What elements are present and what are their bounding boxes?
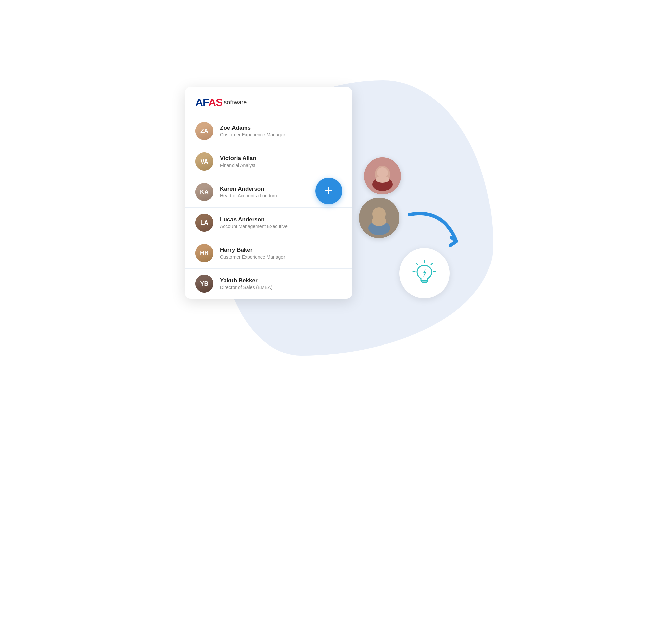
person-name: Harry Baker	[220, 247, 285, 253]
person-info: Yakub BekkerDirector of Sales (EMEA)	[220, 277, 273, 290]
avatar: ZA	[195, 122, 213, 140]
person-role: Director of Sales (EMEA)	[220, 285, 273, 290]
person-name: Lucas Anderson	[220, 216, 288, 223]
svg-point-4	[376, 176, 389, 183]
person-row[interactable]: ZAZoe AdamsCustomer Experience Manager	[185, 116, 352, 146]
avatar: YB	[195, 275, 213, 293]
lightbulb-icon	[411, 260, 438, 287]
scene: AFAS software ZAZoe AdamsCustomer Experi…	[151, 53, 520, 591]
floating-avatar-woman-initials	[364, 158, 401, 195]
person-info: Victoria AllanFinancial Analyst	[220, 155, 256, 168]
person-row[interactable]: HBHarry BakerCustomer Experience Manager	[185, 238, 352, 269]
person-row[interactable]: LALucas AndersonAccount Management Execu…	[185, 208, 352, 238]
lightbulb-circle	[399, 248, 450, 298]
svg-line-11	[416, 263, 418, 264]
person-role: Customer Experience Manager	[220, 254, 285, 260]
svg-line-10	[431, 263, 432, 264]
person-role: Head of Accounts (London)	[220, 193, 277, 198]
afas-as: AS	[208, 96, 223, 109]
afas-logo-text: AFAS	[195, 96, 223, 109]
avatar: KA	[195, 183, 213, 201]
avatar: LA	[195, 213, 213, 232]
afas-af: AF	[195, 96, 208, 109]
avatar: HB	[195, 244, 213, 262]
afas-logo: AFAS software	[195, 96, 342, 109]
person-row[interactable]: VAVictoria AllanFinancial Analyst	[185, 146, 352, 177]
avatar: VA	[195, 152, 213, 171]
person-role: Account Management Executive	[220, 224, 288, 229]
person-info: Zoe AdamsCustomer Experience Manager	[220, 125, 285, 137]
plus-icon: +	[325, 184, 333, 198]
afas-software-label: software	[224, 99, 246, 106]
floating-avatar-woman	[364, 158, 401, 195]
person-name: Karen Anderson	[220, 186, 277, 193]
person-list: ZAZoe AdamsCustomer Experience ManagerVA…	[185, 116, 352, 299]
person-info: Karen AndersonHead of Accounts (London)	[220, 186, 277, 198]
person-row[interactable]: YBYakub BekkerDirector of Sales (EMEA)	[185, 269, 352, 299]
floating-avatar-man	[359, 198, 399, 238]
person-name: Zoe Adams	[220, 125, 285, 131]
add-person-button[interactable]: +	[315, 178, 342, 205]
person-role: Customer Experience Manager	[220, 132, 285, 137]
person-info: Lucas AndersonAccount Management Executi…	[220, 216, 288, 229]
svg-point-8	[372, 216, 387, 226]
floating-avatar-man-initials	[359, 198, 399, 238]
person-info: Harry BakerCustomer Experience Manager	[220, 247, 285, 260]
person-role: Financial Analyst	[220, 162, 256, 168]
person-name: Yakub Bekker	[220, 277, 273, 284]
card-header: AFAS software	[185, 87, 352, 116]
person-name: Victoria Allan	[220, 155, 256, 162]
